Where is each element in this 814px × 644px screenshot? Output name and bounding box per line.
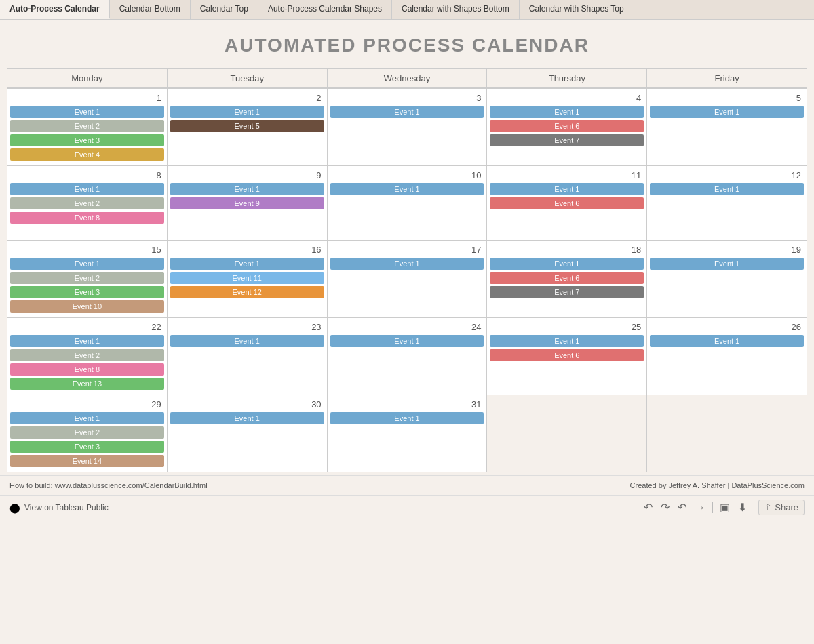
event-bar[interactable]: Event 7 — [490, 134, 644, 146]
calendar-cell: 3Event 1 — [328, 89, 488, 166]
toolbar-divider — [712, 502, 713, 513]
page-title: AUTOMATED PROCESS CALENDAR — [0, 20, 814, 68]
event-bar[interactable]: Event 14 — [10, 455, 164, 467]
event-bar[interactable]: Event 1 — [650, 106, 804, 118]
event-bar[interactable]: Event 1 — [490, 183, 644, 195]
calendar-cell: 24Event 1 — [328, 318, 488, 395]
day-number: 26 — [650, 321, 804, 335]
event-bar[interactable]: Event 6 — [490, 272, 644, 284]
tab-calendar-shapes-bottom[interactable]: Calendar with Shapes Bottom — [392, 0, 520, 19]
event-bar[interactable]: Event 1 — [330, 335, 484, 347]
event-bar[interactable]: Event 1 — [330, 106, 484, 118]
day-number: 9 — [170, 169, 324, 183]
calendar-cell: 9Event 1Event 9 — [168, 166, 328, 241]
event-bar[interactable]: Event 1 — [170, 258, 324, 270]
event-bar[interactable]: Event 1 — [330, 183, 484, 195]
share-icon: ⇧ — [764, 502, 772, 512]
event-bar[interactable]: Event 1 — [10, 412, 164, 424]
tab-auto-process-calendar-shapes[interactable]: Auto-Process Calendar Shapes — [258, 0, 392, 19]
event-bar[interactable]: Event 1 — [10, 335, 164, 347]
event-bar[interactable]: Event 3 — [10, 286, 164, 298]
share-button[interactable]: ⇧ Share — [758, 500, 805, 515]
forward-button[interactable]: → — [692, 500, 708, 515]
download-button[interactable]: ⬇ — [735, 500, 750, 515]
calendar-cell: 10Event 1 — [328, 166, 488, 241]
day-number: 17 — [330, 243, 484, 258]
event-bar[interactable]: Event 1 — [650, 335, 804, 347]
calendar-cell: 30Event 1 — [168, 395, 328, 472]
event-bar[interactable]: Event 2 — [10, 197, 164, 209]
header-monday: Monday — [7, 68, 168, 88]
day-number: 10 — [330, 169, 484, 183]
event-bar[interactable]: Event 2 — [10, 272, 164, 284]
tab-calendar-top[interactable]: Calendar Top — [191, 0, 258, 19]
view-public-label[interactable]: View on Tableau Public — [24, 503, 109, 512]
event-bar[interactable]: Event 1 — [10, 106, 164, 118]
event-bar[interactable]: Event 1 — [490, 106, 644, 118]
day-number: 5 — [650, 92, 804, 106]
event-bar[interactable]: Event 2 — [10, 120, 164, 132]
day-headers: Monday Tuesday Wednesday Thursday Friday — [7, 68, 807, 88]
calendar-cell: 22Event 1Event 2Event 8Event 13 — [7, 318, 168, 395]
event-bar[interactable]: Event 1 — [10, 183, 164, 195]
event-bar[interactable]: Event 6 — [490, 349, 644, 361]
event-bar[interactable]: Event 1 — [650, 183, 804, 195]
day-number: 25 — [490, 321, 644, 335]
event-bar[interactable]: Event 6 — [490, 197, 644, 209]
event-bar[interactable]: Event 9 — [170, 197, 324, 209]
undo-button[interactable]: ↶ — [641, 500, 655, 515]
event-bar[interactable]: Event 1 — [170, 106, 324, 118]
day-number: 2 — [170, 92, 324, 106]
event-bar[interactable]: Event 7 — [490, 286, 644, 298]
event-bar[interactable]: Event 5 — [170, 120, 324, 132]
event-bar[interactable]: Event 8 — [10, 212, 164, 224]
tab-auto-process-calendar[interactable]: Auto-Process Calendar — [0, 0, 110, 19]
day-number: 30 — [170, 398, 324, 412]
event-bar[interactable]: Event 3 — [10, 441, 164, 453]
event-bar[interactable]: Event 1 — [10, 258, 164, 270]
event-bar[interactable]: Event 2 — [10, 426, 164, 439]
footer-how-to-build: How to build: www.dataplusscience.com/Ca… — [9, 481, 208, 489]
share-label: Share — [775, 502, 798, 512]
tab-bar: Auto-Process Calendar Calendar Bottom Ca… — [0, 0, 814, 20]
day-number: 4 — [490, 92, 644, 106]
event-bar[interactable]: Event 8 — [10, 363, 164, 376]
event-bar[interactable]: Event 10 — [10, 300, 164, 313]
event-bar[interactable]: Event 3 — [10, 134, 164, 146]
header-thursday: Thursday — [487, 68, 647, 88]
calendar-cell: 5Event 1 — [647, 89, 807, 166]
event-bar[interactable]: Event 1 — [650, 258, 804, 270]
day-number: 22 — [10, 321, 164, 335]
calendar-cell — [487, 395, 647, 472]
calendar-cell: 15Event 1Event 2Event 3Event 10 — [7, 241, 168, 318]
event-bar[interactable]: Event 1 — [170, 183, 324, 195]
calendar-cell — [647, 395, 807, 472]
footer-created-by: Created by Jeffrey A. Shaffer | DataPlus… — [630, 481, 805, 489]
calendar-cell: 11Event 1Event 6 — [487, 166, 647, 241]
event-bar[interactable]: Event 6 — [490, 120, 644, 132]
day-number: 19 — [650, 243, 804, 258]
fullscreen-button[interactable]: ▣ — [717, 500, 733, 515]
event-bar[interactable]: Event 1 — [170, 335, 324, 347]
day-number: 12 — [650, 169, 804, 183]
event-bar[interactable]: Event 13 — [10, 378, 164, 390]
redo-button[interactable]: ↷ — [658, 500, 672, 515]
day-number: 29 — [10, 398, 164, 412]
event-bar[interactable]: Event 4 — [10, 148, 164, 161]
day-number: 8 — [10, 169, 164, 183]
event-bar[interactable]: Event 1 — [330, 412, 484, 424]
tableau-icon: ⬤ — [9, 502, 20, 513]
event-bar[interactable]: Event 1 — [490, 335, 644, 347]
event-bar[interactable]: Event 1 — [170, 412, 324, 424]
event-bar[interactable]: Event 11 — [170, 272, 324, 284]
event-bar[interactable]: Event 12 — [170, 286, 324, 298]
back-button[interactable]: ↶ — [675, 500, 689, 515]
event-bar[interactable]: Event 1 — [490, 258, 644, 270]
tab-calendar-shapes-top[interactable]: Calendar with Shapes Top — [520, 0, 634, 19]
calendar-container: Monday Tuesday Wednesday Thursday Friday… — [0, 68, 814, 472]
calendar-cell: 25Event 1Event 6 — [487, 318, 647, 395]
event-bar[interactable]: Event 1 — [330, 258, 484, 270]
view-public-area[interactable]: ⬤ View on Tableau Public — [9, 502, 109, 513]
event-bar[interactable]: Event 2 — [10, 349, 164, 361]
tab-calendar-bottom[interactable]: Calendar Bottom — [110, 0, 191, 19]
